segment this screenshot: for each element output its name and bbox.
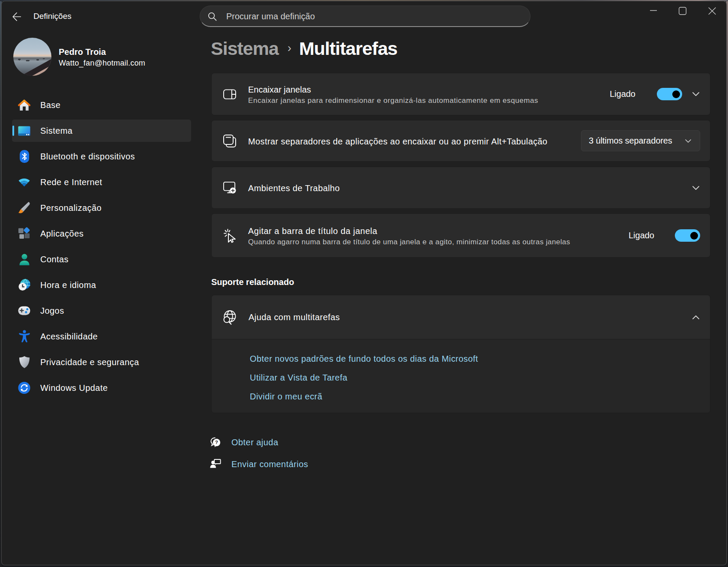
svg-text:?: ? — [215, 440, 219, 445]
